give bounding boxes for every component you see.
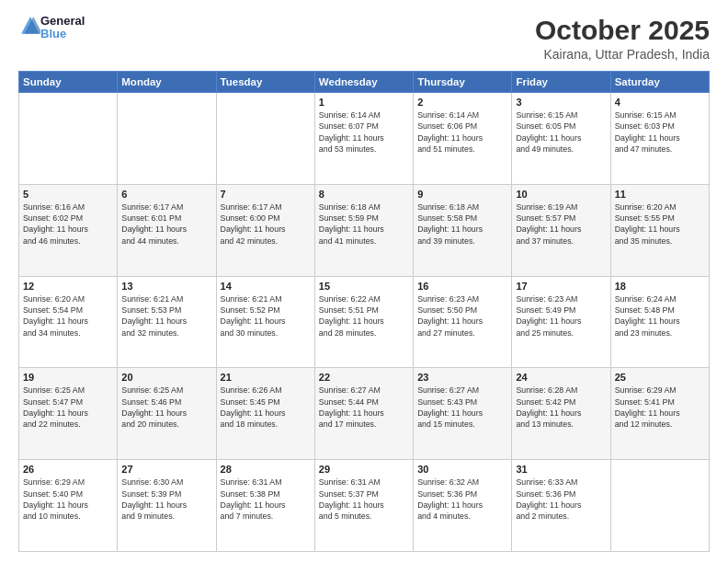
calendar-week-row: 1Sunrise: 6:14 AM Sunset: 6:07 PM Daylig… (19, 93, 710, 185)
day-number: 27 (121, 464, 211, 475)
calendar-cell: 9Sunrise: 6:18 AM Sunset: 5:58 PM Daylig… (414, 184, 512, 276)
column-header-monday: Monday (118, 72, 216, 93)
calendar-cell: 11Sunrise: 6:20 AM Sunset: 5:55 PM Dayli… (610, 184, 709, 276)
day-number: 7 (221, 189, 311, 200)
calendar-cell: 5Sunrise: 6:16 AM Sunset: 6:02 PM Daylig… (19, 184, 118, 276)
day-info: Sunrise: 6:20 AM Sunset: 5:55 PM Dayligh… (615, 201, 705, 247)
calendar-week-row: 5Sunrise: 6:16 AM Sunset: 6:02 PM Daylig… (19, 184, 710, 276)
day-number: 5 (23, 189, 113, 200)
calendar-cell: 25Sunrise: 6:29 AM Sunset: 5:41 PM Dayli… (610, 368, 709, 460)
day-info: Sunrise: 6:28 AM Sunset: 5:42 PM Dayligh… (516, 385, 606, 430)
day-number: 13 (121, 281, 211, 292)
calendar-cell: 31Sunrise: 6:33 AM Sunset: 5:36 PM Dayli… (512, 460, 610, 552)
calendar-header-row: SundayMondayTuesdayWednesdayThursdayFrid… (19, 72, 710, 93)
day-info: Sunrise: 6:17 AM Sunset: 6:01 PM Dayligh… (121, 201, 211, 247)
day-info: Sunrise: 6:16 AM Sunset: 6:02 PM Dayligh… (23, 201, 113, 247)
calendar-week-row: 12Sunrise: 6:20 AM Sunset: 5:54 PM Dayli… (19, 276, 710, 368)
day-info: Sunrise: 6:21 AM Sunset: 5:53 PM Dayligh… (121, 293, 211, 339)
column-header-thursday: Thursday (414, 72, 512, 93)
day-info: Sunrise: 6:17 AM Sunset: 6:00 PM Dayligh… (221, 201, 311, 247)
column-header-friday: Friday (512, 72, 610, 93)
day-info: Sunrise: 6:19 AM Sunset: 5:57 PM Dayligh… (516, 201, 606, 247)
calendar-cell: 28Sunrise: 6:31 AM Sunset: 5:38 PM Dayli… (216, 460, 314, 552)
calendar-cell: 29Sunrise: 6:31 AM Sunset: 5:37 PM Dayli… (314, 460, 413, 552)
day-info: Sunrise: 6:31 AM Sunset: 5:37 PM Dayligh… (319, 477, 409, 522)
calendar-cell: 10Sunrise: 6:19 AM Sunset: 5:57 PM Dayli… (512, 184, 610, 276)
calendar-cell: 17Sunrise: 6:23 AM Sunset: 5:49 PM Dayli… (512, 276, 610, 368)
day-number: 11 (615, 189, 705, 200)
day-info: Sunrise: 6:32 AM Sunset: 5:36 PM Dayligh… (417, 477, 507, 522)
calendar-cell: 27Sunrise: 6:30 AM Sunset: 5:39 PM Dayli… (118, 460, 216, 552)
day-info: Sunrise: 6:14 AM Sunset: 6:06 PM Dayligh… (417, 109, 507, 155)
day-number: 28 (221, 464, 311, 475)
calendar-cell: 14Sunrise: 6:21 AM Sunset: 5:52 PM Dayli… (216, 276, 314, 368)
main-title: October 2025 (535, 15, 710, 45)
day-number: 14 (221, 281, 311, 292)
calendar-cell: 15Sunrise: 6:22 AM Sunset: 5:51 PM Dayli… (314, 276, 413, 368)
column-header-tuesday: Tuesday (216, 72, 314, 93)
calendar-cell (610, 460, 709, 552)
column-header-saturday: Saturday (610, 72, 709, 93)
day-info: Sunrise: 6:30 AM Sunset: 5:39 PM Dayligh… (121, 477, 211, 522)
calendar-cell: 16Sunrise: 6:23 AM Sunset: 5:50 PM Dayli… (414, 276, 512, 368)
day-info: Sunrise: 6:23 AM Sunset: 5:49 PM Dayligh… (516, 293, 606, 339)
day-number: 31 (516, 464, 606, 475)
day-number: 9 (417, 189, 507, 200)
sub-title: Kairana, Uttar Pradesh, India (535, 47, 710, 62)
day-number: 10 (516, 189, 606, 200)
day-info: Sunrise: 6:24 AM Sunset: 5:48 PM Dayligh… (615, 293, 705, 339)
day-info: Sunrise: 6:25 AM Sunset: 5:47 PM Dayligh… (23, 385, 113, 430)
calendar-cell: 13Sunrise: 6:21 AM Sunset: 5:53 PM Dayli… (118, 276, 216, 368)
calendar-cell: 18Sunrise: 6:24 AM Sunset: 5:48 PM Dayli… (610, 276, 709, 368)
day-number: 19 (23, 372, 113, 383)
column-header-sunday: Sunday (19, 72, 118, 93)
day-info: Sunrise: 6:27 AM Sunset: 5:44 PM Dayligh… (319, 385, 409, 430)
calendar-week-row: 19Sunrise: 6:25 AM Sunset: 5:47 PM Dayli… (19, 368, 710, 460)
day-number: 15 (319, 281, 409, 292)
calendar-cell: 24Sunrise: 6:28 AM Sunset: 5:42 PM Dayli… (512, 368, 610, 460)
day-number: 3 (516, 97, 606, 108)
day-info: Sunrise: 6:31 AM Sunset: 5:38 PM Dayligh… (221, 477, 311, 522)
day-number: 4 (615, 97, 705, 108)
calendar-cell: 20Sunrise: 6:25 AM Sunset: 5:46 PM Dayli… (118, 368, 216, 460)
logo-general: General (40, 14, 85, 28)
calendar-table: SundayMondayTuesdayWednesdayThursdayFrid… (18, 71, 710, 552)
column-header-wednesday: Wednesday (314, 72, 413, 93)
calendar-cell: 19Sunrise: 6:25 AM Sunset: 5:47 PM Dayli… (19, 368, 118, 460)
calendar-cell: 4Sunrise: 6:15 AM Sunset: 6:03 PM Daylig… (610, 93, 709, 185)
calendar-week-row: 26Sunrise: 6:29 AM Sunset: 5:40 PM Dayli… (19, 460, 710, 552)
day-number: 6 (121, 189, 211, 200)
logo-icon (20, 16, 40, 36)
day-number: 29 (319, 464, 409, 475)
day-number: 25 (615, 372, 705, 383)
day-number: 20 (121, 372, 211, 383)
calendar-cell: 12Sunrise: 6:20 AM Sunset: 5:54 PM Dayli… (19, 276, 118, 368)
day-info: Sunrise: 6:21 AM Sunset: 5:52 PM Dayligh… (221, 293, 311, 339)
calendar-cell: 6Sunrise: 6:17 AM Sunset: 6:01 PM Daylig… (118, 184, 216, 276)
calendar-cell: 22Sunrise: 6:27 AM Sunset: 5:44 PM Dayli… (314, 368, 413, 460)
calendar-cell: 3Sunrise: 6:15 AM Sunset: 6:05 PM Daylig… (512, 93, 610, 185)
day-info: Sunrise: 6:22 AM Sunset: 5:51 PM Dayligh… (319, 293, 409, 339)
day-number: 12 (23, 281, 113, 292)
logo: General Blue (18, 15, 85, 41)
day-info: Sunrise: 6:15 AM Sunset: 6:03 PM Dayligh… (615, 109, 705, 155)
title-block: October 2025 Kairana, Uttar Pradesh, Ind… (535, 15, 710, 62)
day-info: Sunrise: 6:26 AM Sunset: 5:45 PM Dayligh… (221, 385, 311, 430)
day-number: 24 (516, 372, 606, 383)
calendar-cell: 8Sunrise: 6:18 AM Sunset: 5:59 PM Daylig… (314, 184, 413, 276)
calendar-cell: 30Sunrise: 6:32 AM Sunset: 5:36 PM Dayli… (414, 460, 512, 552)
day-number: 30 (417, 464, 507, 475)
calendar-cell: 23Sunrise: 6:27 AM Sunset: 5:43 PM Dayli… (414, 368, 512, 460)
day-info: Sunrise: 6:18 AM Sunset: 5:59 PM Dayligh… (319, 201, 409, 247)
day-number: 22 (319, 372, 409, 383)
calendar-cell: 2Sunrise: 6:14 AM Sunset: 6:06 PM Daylig… (414, 93, 512, 185)
day-number: 8 (319, 189, 409, 200)
day-info: Sunrise: 6:27 AM Sunset: 5:43 PM Dayligh… (417, 385, 507, 430)
day-number: 16 (417, 281, 507, 292)
calendar-cell: 7Sunrise: 6:17 AM Sunset: 6:00 PM Daylig… (216, 184, 314, 276)
day-number: 21 (221, 372, 311, 383)
logo-blue: Blue (40, 27, 66, 40)
calendar-cell (118, 93, 216, 185)
day-info: Sunrise: 6:33 AM Sunset: 5:36 PM Dayligh… (516, 477, 606, 522)
day-info: Sunrise: 6:18 AM Sunset: 5:58 PM Dayligh… (417, 201, 507, 247)
